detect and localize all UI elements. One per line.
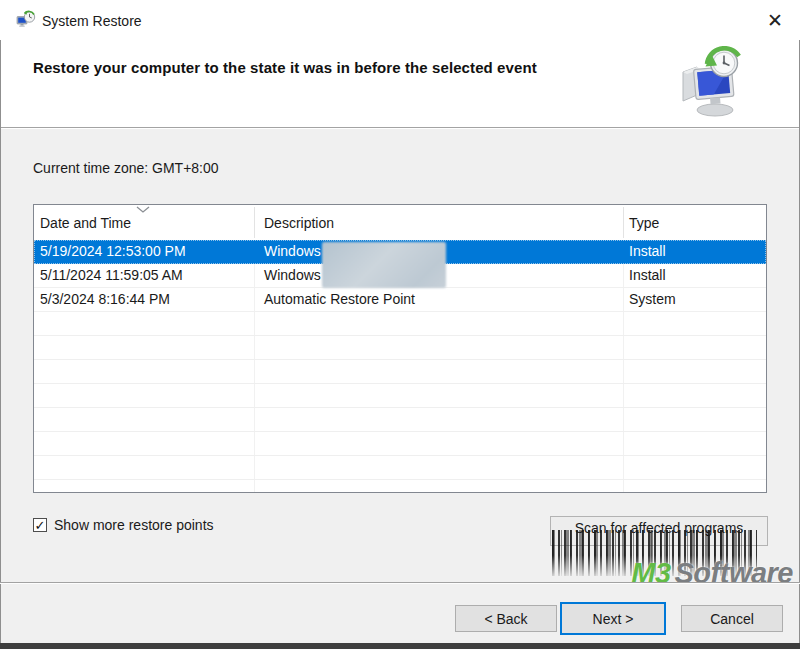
column-header-description[interactable]: Description	[264, 205, 334, 240]
column-divider	[623, 207, 624, 238]
restore-points-table[interactable]: Date and Time Description Type 5/19/2024…	[33, 204, 767, 493]
cancel-button[interactable]: Cancel	[681, 605, 783, 632]
cell-description: Automatic Restore Point	[264, 291, 415, 307]
content-area: Current time zone: GMT+8:00 Date and Tim…	[1, 129, 799, 582]
empty-row	[34, 384, 766, 408]
show-more-checkbox-label[interactable]: Show more restore points	[54, 517, 214, 533]
cell-description: Windows	[264, 243, 321, 259]
empty-row	[34, 456, 766, 480]
empty-row	[34, 312, 766, 336]
cell-type: System	[629, 291, 676, 307]
window-bottom-edge	[0, 643, 800, 649]
cell-date: 5/11/2024 11:59:05 AM	[40, 267, 183, 283]
column-divider	[254, 207, 255, 238]
timezone-label: Current time zone: GMT+8:00	[33, 160, 219, 176]
checkmark-icon: ✓	[35, 519, 46, 532]
window-title: System Restore	[42, 13, 142, 29]
button-bar: < Back Next > Cancel	[1, 584, 799, 643]
column-header-type[interactable]: Type	[629, 205, 659, 240]
cell-type: Install	[629, 243, 666, 259]
sort-descending-icon	[136, 206, 150, 214]
empty-row	[34, 360, 766, 384]
cell-date: 5/3/2024 8:16:44 PM	[40, 291, 170, 307]
next-button[interactable]: Next >	[560, 602, 666, 635]
restore-computer-clock-icon	[677, 46, 745, 120]
redacted-text-blur	[322, 242, 446, 288]
show-more-checkbox[interactable]: ✓	[33, 518, 47, 532]
table-row[interactable]: 5/3/2024 8:16:44 PM Automatic Restore Po…	[34, 288, 766, 312]
empty-row	[34, 408, 766, 432]
title-bar: System Restore ✕	[0, 0, 800, 40]
empty-row	[34, 480, 766, 492]
empty-row	[34, 336, 766, 360]
column-header-date[interactable]: Date and Time	[40, 205, 131, 240]
cell-description: Windows	[264, 267, 321, 283]
back-button[interactable]: < Back	[455, 605, 557, 632]
close-icon[interactable]: ✕	[756, 4, 794, 36]
page-title: Restore your computer to the state it wa…	[33, 59, 537, 76]
wizard-header: Restore your computer to the state it wa…	[1, 40, 799, 128]
cell-date: 5/19/2024 12:53:00 PM	[40, 243, 186, 259]
system-restore-window: System Restore ✕ Restore your computer t…	[0, 0, 800, 649]
cell-type: Install	[629, 267, 666, 283]
system-restore-icon	[16, 10, 36, 30]
empty-row	[34, 432, 766, 456]
